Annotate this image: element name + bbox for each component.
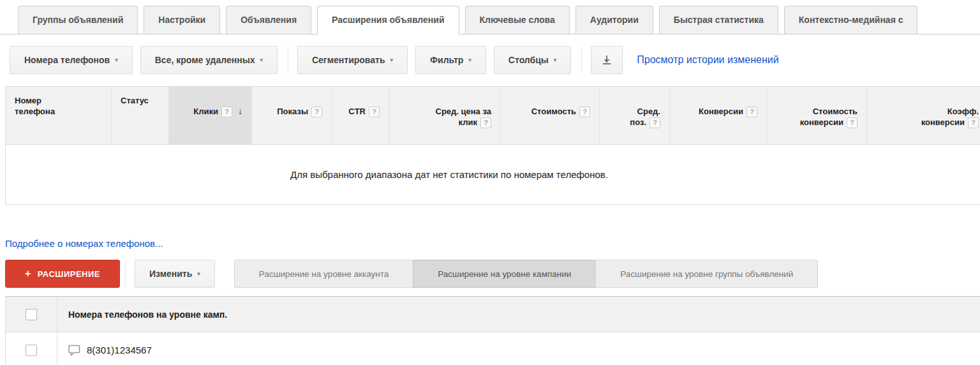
stats-table-body: Для выбранного диапазона дат нет статист…: [6, 145, 980, 205]
extensions-table-header: Номера телефонов на уровне камп.: [6, 297, 980, 332]
phone-numbers-dropdown[interactable]: Номера телефонов ▾: [10, 46, 133, 74]
column-header-impressions-label: Показы: [277, 107, 308, 116]
column-header-conversions-label: Конверсии: [699, 107, 743, 116]
tab-display-network[interactable]: Контекстно-медийная с: [784, 6, 918, 34]
extensions-table-title: Номера телефонов на уровне камп.: [57, 297, 227, 332]
sort-desc-icon: ↓: [238, 106, 242, 116]
tab-quick-stats[interactable]: Быстрая статистика: [659, 6, 778, 34]
add-extension-button[interactable]: + РАСШИРЕНИЕ: [5, 260, 120, 288]
phone-numbers-info-link[interactable]: Подробнее о номерах телефонов...: [5, 238, 163, 249]
chevron-down-icon: ▾: [197, 271, 200, 277]
empty-state-message: Для выбранного диапазона дат нет статист…: [6, 169, 893, 180]
tab-settings[interactable]: Настройки: [144, 6, 220, 34]
state-filter-dropdown-label: Все, кроме удаленных: [155, 55, 255, 65]
level-ad-group-button[interactable]: Расширение на уровне группы объявлений: [595, 260, 818, 288]
actions-divider: [125, 261, 126, 287]
tab-ad-extensions[interactable]: Расширения объявлений: [317, 6, 459, 34]
help-icon[interactable]: ?: [480, 117, 491, 128]
segment-dropdown[interactable]: Сегментировать ▾: [297, 46, 408, 74]
plus-icon: +: [25, 268, 31, 279]
toolbar: Номера телефонов ▾ Все, кроме удаленных …: [10, 46, 980, 74]
segment-dropdown-label: Сегментировать: [312, 55, 385, 65]
column-header-conversion-rate[interactable]: Коэфф. конверсии?: [866, 87, 980, 144]
column-header-clicks[interactable]: Клики?↓: [168, 87, 251, 144]
help-icon[interactable]: ?: [746, 107, 757, 117]
tab-keywords[interactable]: Ключевые слова: [465, 6, 570, 34]
edit-dropdown[interactable]: Изменить ▾: [135, 260, 215, 288]
column-header-cost-label: Стоимость: [531, 107, 576, 116]
stats-table-header: Номер телефона Статус Клики?↓ Показы? CT…: [6, 87, 980, 145]
columns-dropdown-label: Столбцы: [509, 55, 549, 65]
tab-ad-groups[interactable]: Группы объявлений: [18, 6, 138, 34]
row-checkbox[interactable]: [26, 345, 37, 356]
toolbar-divider: [581, 47, 582, 73]
state-filter-dropdown[interactable]: Все, кроме удаленных ▾: [140, 46, 278, 74]
help-icon[interactable]: ?: [221, 107, 232, 117]
help-icon[interactable]: ?: [311, 107, 322, 117]
phone-number-cell: 8(301)1234567: [57, 332, 152, 365]
filter-dropdown-label: Фильтр: [430, 55, 463, 65]
column-header-clicks-label: Клики: [193, 107, 218, 116]
filter-dropdown[interactable]: Фильтр ▾: [415, 46, 486, 74]
column-header-status[interactable]: Статус: [111, 87, 168, 144]
download-button[interactable]: [591, 46, 623, 74]
row-checkbox-cell: [6, 332, 57, 365]
level-campaign-button[interactable]: Расширение на уровне кампании: [413, 260, 596, 288]
level-account-button[interactable]: Расширение на уровне аккаунта: [234, 260, 413, 288]
help-icon[interactable]: ?: [968, 117, 979, 128]
column-header-conversions[interactable]: Конверсии?: [669, 87, 766, 144]
chevron-down-icon: ▾: [115, 57, 118, 63]
columns-dropdown[interactable]: Столбцы ▾: [494, 46, 571, 74]
add-extension-label: РАСШИРЕНИЕ: [38, 269, 100, 279]
toolbar-divider: [288, 47, 288, 73]
column-header-ctr-label: CTR: [348, 107, 366, 116]
tab-ads[interactable]: Объявления: [226, 6, 311, 34]
column-header-phone-number[interactable]: Номер телефона: [6, 87, 111, 144]
stats-table: Номер телефона Статус Клики?↓ Показы? CT…: [5, 86, 980, 205]
column-header-cost-per-conversion[interactable]: Стоимость конверсии?: [766, 87, 866, 144]
help-icon[interactable]: ?: [847, 117, 858, 128]
select-all-cell: [6, 297, 57, 332]
column-header-impressions[interactable]: Показы?: [251, 87, 331, 144]
column-header-cost[interactable]: Стоимость?: [500, 87, 599, 144]
select-all-checkbox[interactable]: [26, 309, 37, 320]
chevron-down-icon: ▾: [468, 57, 471, 63]
tab-bar: Группы объявлений Настройки Объявления Р…: [0, 0, 980, 34]
phone-number-value: 8(301)1234567: [87, 345, 152, 355]
phone-numbers-dropdown-label: Номера телефонов: [24, 55, 110, 65]
extensions-table: Номера телефонов на уровне камп. 8(301)1…: [5, 296, 980, 365]
help-icon[interactable]: ?: [650, 117, 660, 128]
column-header-avg-cpc[interactable]: Сред. цена за клик?: [389, 87, 500, 144]
column-header-avg-position[interactable]: Сред. поз.?: [599, 87, 669, 144]
edit-dropdown-label: Изменить: [149, 269, 192, 279]
help-icon[interactable]: ?: [369, 107, 380, 117]
chevron-down-icon: ▾: [390, 57, 394, 63]
chevron-down-icon: ▾: [260, 57, 263, 63]
extension-level-selector: Расширение на уровне аккаунта Расширение…: [234, 260, 819, 288]
speech-bubble-icon: [68, 345, 81, 356]
chevron-down-icon: ▾: [554, 57, 557, 63]
actions-row: + РАСШИРЕНИЕ Изменить ▾ Расширение на ур…: [5, 260, 980, 288]
help-icon[interactable]: ?: [579, 107, 590, 117]
change-history-link[interactable]: Просмотр истории изменений: [637, 54, 778, 66]
table-row[interactable]: 8(301)1234567: [6, 332, 980, 365]
download-icon: [602, 55, 612, 65]
column-header-ctr[interactable]: CTR?: [331, 87, 389, 144]
tab-audiences[interactable]: Аудитории: [575, 6, 653, 34]
